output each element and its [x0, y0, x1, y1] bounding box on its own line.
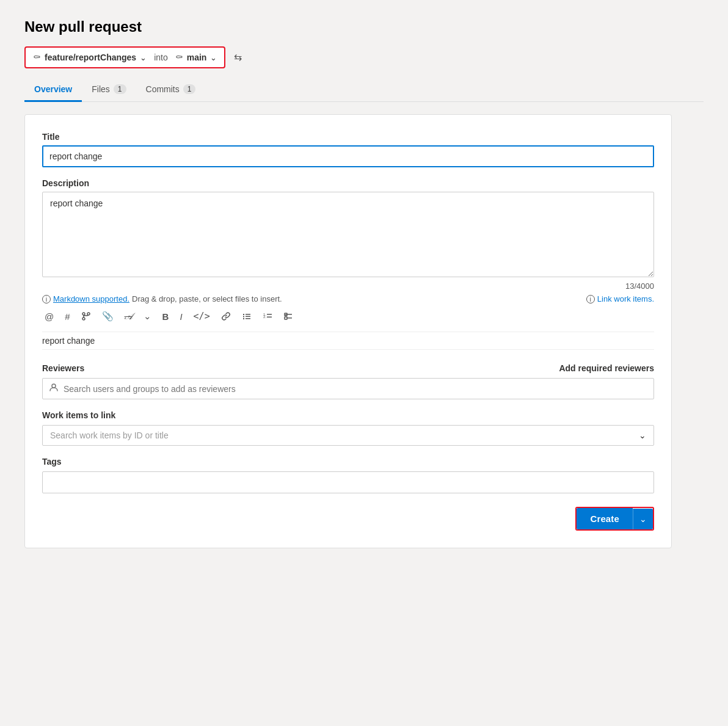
tab-files-label: Files	[92, 84, 110, 94]
reviewers-search-wrap[interactable]	[42, 378, 654, 399]
target-branch-name: main	[187, 53, 207, 62]
work-items-placeholder: Search work items by ID or title	[50, 430, 169, 440]
formatting-toolbar: @ # 📎 𝒜 ⌄ B I </> 1.2.	[42, 310, 654, 323]
work-items-chevron-icon: ⌄	[639, 430, 646, 440]
svg-rect-7	[243, 318, 244, 319]
unordered-list-button[interactable]	[239, 310, 254, 322]
char-count: 13/4000	[42, 281, 654, 291]
work-items-dropdown[interactable]: Search work items by ID or title ⌄	[42, 425, 654, 446]
tags-input[interactable]	[42, 471, 654, 493]
link-work-items[interactable]: i Link work items.	[586, 294, 654, 303]
branch-selector[interactable]: ⚰ feature/reportChanges ⌄ into ⚰ main ⌄	[24, 46, 225, 68]
person-icon	[49, 383, 59, 394]
add-required-reviewers-link[interactable]: Add required reviewers	[559, 363, 654, 373]
svg-rect-6	[246, 316, 250, 318]
create-dropdown-chevron: ⌄	[639, 514, 647, 524]
reviewers-search-input[interactable]	[64, 384, 647, 394]
svg-rect-14	[287, 314, 292, 315]
link-button[interactable]	[219, 310, 233, 322]
svg-rect-5	[243, 316, 244, 318]
tab-bar: Overview Files 1 Commits 1	[24, 78, 704, 102]
format-dropdown[interactable]: ⌄	[141, 310, 154, 323]
source-branch-name: feature/reportChanges	[45, 53, 136, 62]
target-branch-icon: ⚰	[175, 52, 183, 63]
checklist-button[interactable]	[281, 310, 296, 322]
svg-rect-12	[267, 317, 272, 318]
svg-rect-10	[267, 314, 272, 315]
swap-branches-icon[interactable]: ⇆	[234, 52, 242, 62]
tab-files-badge: 1	[114, 84, 126, 94]
hashtag-button[interactable]: #	[62, 310, 72, 323]
pull-request-form: Title Description report change 13/4000 …	[24, 114, 672, 548]
svg-rect-4	[246, 314, 250, 315]
format-button[interactable]: 𝒜	[122, 310, 135, 323]
create-dropdown-button[interactable]: ⌄	[633, 509, 653, 529]
link-work-items-label[interactable]: Link work items.	[597, 294, 654, 303]
svg-point-0	[82, 313, 85, 315]
into-label: into	[154, 53, 168, 62]
ordered-list-button[interactable]: 1.2.	[260, 310, 275, 322]
tags-label: Tags	[42, 457, 654, 466]
svg-rect-16	[287, 318, 292, 319]
link-work-items-icon: i	[586, 295, 595, 303]
source-branch-dropdown[interactable]: ⌄	[140, 53, 147, 62]
source-branch-icon: ⚰	[33, 52, 41, 63]
markdown-note: Drag & drop, paste, or select files to i…	[132, 294, 282, 303]
markdown-info: i Markdown supported. Drag & drop, paste…	[42, 294, 282, 303]
svg-point-17	[52, 384, 56, 388]
tab-commits[interactable]: Commits 1	[136, 78, 206, 102]
tab-files[interactable]: Files 1	[82, 78, 136, 102]
italic-button[interactable]: I	[177, 310, 184, 323]
title-label: Title	[42, 132, 654, 142]
title-input[interactable]	[42, 145, 654, 167]
svg-text:2.: 2.	[263, 315, 266, 319]
branch-button[interactable]	[79, 310, 93, 322]
description-textarea[interactable]: report change	[42, 192, 654, 277]
page-title: New pull request	[24, 18, 704, 35]
description-preview: report change	[42, 332, 654, 350]
code-button[interactable]: </>	[191, 310, 213, 323]
svg-rect-15	[285, 317, 287, 319]
markdown-row: i Markdown supported. Drag & drop, paste…	[42, 294, 654, 303]
tab-overview-label: Overview	[34, 84, 72, 94]
svg-rect-3	[243, 314, 244, 315]
tab-overview[interactable]: Overview	[24, 78, 82, 102]
markdown-link[interactable]: Markdown supported.	[53, 294, 129, 303]
create-button-group: Create ⌄	[575, 507, 654, 531]
attach-button[interactable]: 📎	[100, 310, 116, 323]
svg-point-1	[87, 313, 90, 315]
create-split-button: Create ⌄	[577, 508, 653, 529]
markdown-info-icon: i	[42, 295, 51, 303]
description-label: Description	[42, 178, 654, 188]
tab-commits-badge: 1	[183, 84, 196, 94]
footer-row: Create ⌄	[42, 507, 654, 531]
tab-commits-label: Commits	[146, 84, 180, 94]
work-items-label: Work items to link	[42, 410, 654, 420]
bold-button[interactable]: B	[160, 310, 172, 323]
create-button[interactable]: Create	[577, 508, 633, 529]
svg-rect-8	[246, 318, 250, 319]
svg-point-2	[82, 318, 85, 320]
reviewers-section-header: Reviewers Add required reviewers	[42, 363, 654, 373]
mention-button[interactable]: @	[42, 310, 56, 323]
reviewers-label: Reviewers	[42, 363, 84, 373]
target-branch-dropdown[interactable]: ⌄	[210, 53, 217, 62]
